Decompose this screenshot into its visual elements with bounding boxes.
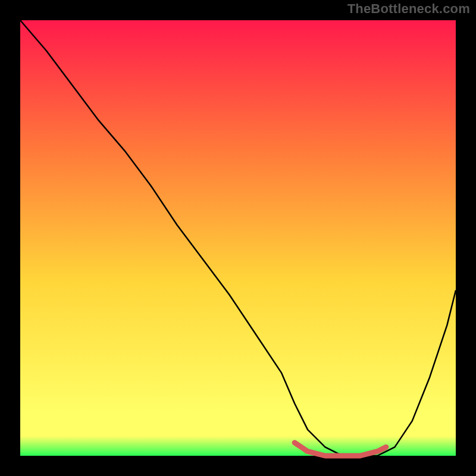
watermark-text: TheBottleneck.com xyxy=(347,1,470,17)
bottleneck-chart xyxy=(0,0,476,476)
chart-container: TheBottleneck.com xyxy=(0,0,476,476)
gradient-background xyxy=(20,20,456,456)
